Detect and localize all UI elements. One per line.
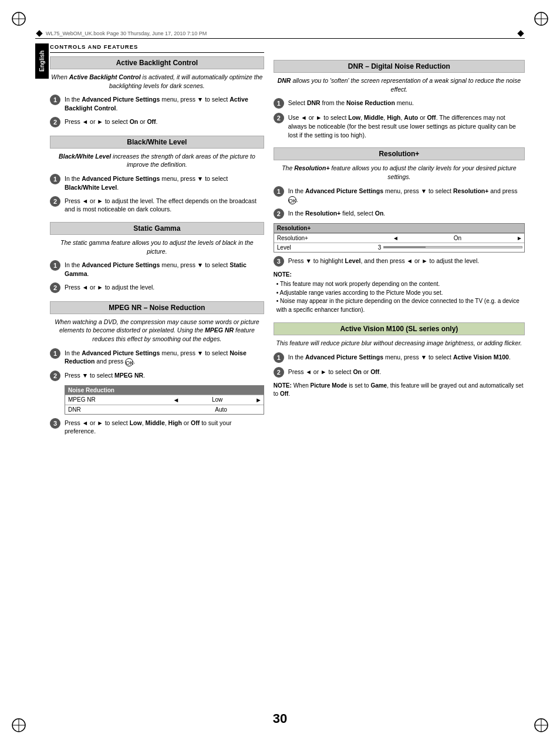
step-text: Select DNR from the Noise Reduction menu… (288, 98, 414, 107)
dnr-step2: 2 Use ◄ or ► to select Low, Middle, High… (274, 113, 525, 139)
mpeg-nr-step2: 2 Press ▼ to select MPEG NR. (50, 371, 264, 381)
resolution-menu-table: Resolution+ Resolution+ ◄ On ► Level 3 (274, 223, 525, 253)
step-number: 1 (50, 174, 60, 184)
resolution-label: Resolution+ (274, 234, 391, 243)
mpeg-nr-label: MPEG NR (65, 395, 171, 404)
main-content: CONTROLS AND FEATURES Active Backlight C… (50, 40, 525, 697)
level-label: Level (274, 243, 376, 252)
step-text: In the Advanced Picture Settings menu, p… (65, 348, 264, 366)
step-number: 3 (274, 256, 284, 267)
active-vision-note: NOTE: When Picture Mode is set to Game, … (274, 382, 525, 399)
section-header-dnr: DNR – Digital Noise Reduction (274, 60, 525, 73)
section-header-mpeg-nr: MPEG NR – Noise Reduction (50, 301, 264, 314)
noise-reduction-row-dnr: DNR Auto (65, 405, 264, 414)
file-info: WL75_WebOM_UK.book Page 30 Thursday, Jun… (46, 31, 207, 36)
resolution-step3: 3 Press ▼ to highlight Level, and then p… (274, 256, 525, 267)
note-item: Noise may appear in the picture dependin… (276, 297, 525, 314)
step-number: 1 (50, 260, 60, 271)
dnr-value: Auto (182, 405, 259, 414)
noise-reduction-table-header: Noise Reduction (65, 386, 264, 395)
step-text: Use ◄ or ► to select Low, Middle, High, … (288, 113, 525, 139)
level-slider-fill (384, 247, 425, 248)
section-black-white-level: Black/White Level Black/White Level incr… (50, 136, 264, 214)
active-backlight-step1: 1 In the Advanced Picture Settings menu,… (50, 95, 264, 112)
level-slider-track (383, 246, 522, 248)
corner-mark-br (533, 717, 549, 733)
section-dnr: DNR – Digital Noise Reduction DNR allows… (274, 60, 525, 139)
noise-reduction-row-mpeg: MPEG NR ◄ Low ► (65, 395, 264, 405)
note-inline-text: NOTE: When Picture Mode is set to Game, … (274, 382, 524, 398)
section-header-static-gamma: Static Gamma (50, 222, 264, 235)
resolution-intro: The Resolution+ feature allows you to ad… (274, 164, 525, 181)
dnr-intro: DNR allows you to 'soften' the screen re… (274, 76, 525, 93)
section-header-active-backlight: Active Backlight Control (50, 56, 264, 69)
note-list: This feature may not work properly depen… (274, 280, 525, 314)
step-text: Press ▼ to select MPEG NR. (65, 371, 145, 380)
corner-mark-tl (11, 11, 27, 27)
header-bar: WL75_WebOM_UK.book Page 30 Thursday, Jun… (35, 31, 525, 39)
section-active-vision: Active Vision M100 (SL series only) This… (274, 322, 525, 399)
note-item: Adjustable range varies according to the… (276, 289, 525, 298)
right-arrow: ► (515, 234, 524, 243)
right-column: DNR – Digital Noise Reduction DNR allows… (274, 40, 525, 697)
page-number: 30 (273, 711, 287, 726)
mpeg-nr-step1: 1 In the Advanced Picture Settings menu,… (50, 348, 264, 366)
step-text: In the Advanced Picture Settings menu, p… (65, 95, 264, 112)
controls-label: CONTROLS AND FEATURES (50, 43, 264, 50)
corner-mark-tr (533, 11, 549, 27)
step-number: 3 (50, 418, 60, 429)
step-number: 1 (274, 98, 284, 109)
left-arrow: ◄ (391, 234, 400, 243)
step-text: Press ◄ or ► to select Low, Middle, High… (65, 418, 264, 436)
section-header-resolution: Resolution+ (274, 147, 525, 160)
resolution-step2: 2 In the Resolution+ field, select On. (274, 208, 525, 219)
section-static-gamma: Static Gamma The static gamma feature al… (50, 222, 264, 293)
dnr-label: DNR (65, 405, 178, 414)
static-gamma-step2: 2 Press ◄ or ► to adjust the level. (50, 282, 264, 293)
active-backlight-intro: When Active Backlight Control is activat… (50, 73, 264, 90)
section-mpeg-nr: MPEG NR – Noise Reduction When watching … (50, 301, 264, 436)
step-number: 2 (274, 367, 284, 378)
resolution-note: NOTE: This feature may not work properly… (274, 271, 525, 315)
step-number: 1 (50, 348, 60, 359)
step-text: In the Advanced Picture Settings menu, p… (65, 174, 264, 191)
black-white-step2: 2 Press ◄ or ► to adjust the level. The … (50, 196, 264, 214)
black-white-step1: 1 In the Advanced Picture Settings menu,… (50, 174, 264, 191)
left-arrow: ◄ (171, 395, 181, 405)
mpeg-nr-step3: 3 Press ◄ or ► to select Low, Middle, Hi… (50, 418, 264, 436)
section-resolution-plus: Resolution+ The Resolution+ feature allo… (274, 147, 525, 314)
resolution-table-header: Resolution+ (274, 224, 524, 233)
level-value: 3 (378, 244, 384, 251)
step-number: 2 (50, 282, 60, 293)
resolution-row-on: Resolution+ ◄ On ► (274, 233, 524, 243)
section-header-black-white: Black/White Level (50, 136, 264, 149)
right-arrow (260, 408, 264, 410)
right-arrow: ► (254, 395, 264, 405)
left-column: CONTROLS AND FEATURES Active Backlight C… (50, 40, 264, 697)
section-active-backlight: Active Backlight Control When Active Bac… (50, 56, 264, 127)
static-gamma-intro: The static gamma feature allows you to a… (50, 238, 264, 255)
step-text: Press ▼ to highlight Level, and then pre… (288, 256, 479, 265)
active-vision-step1: 1 In the Advanced Picture Settings menu,… (274, 352, 525, 363)
step-text: Press ◄ or ► to adjust the level. The ef… (65, 196, 264, 214)
dnr-step1: 1 Select DNR from the Noise Reduction me… (274, 98, 525, 109)
step-text: Press ◄ or ► to select On or Off. (65, 117, 158, 126)
step-number: 2 (50, 196, 60, 207)
step-text: In the Advanced Picture Settings menu, p… (288, 352, 511, 362)
step-number: 1 (274, 186, 284, 197)
corner-mark-bl (11, 717, 27, 733)
active-vision-step2: 2 Press ◄ or ► to select On or Off. (274, 367, 525, 378)
step-number: 2 (50, 117, 60, 127)
section-header-active-vision: Active Vision M100 (SL series only) (274, 322, 525, 335)
active-backlight-step2: 2 Press ◄ or ► to select On or Off. (50, 117, 264, 127)
step-text: In the Advanced Picture Settings menu, p… (65, 260, 264, 278)
noise-reduction-menu-table: Noise Reduction MPEG NR ◄ Low ► DNR Auto (65, 385, 264, 415)
step-number: 2 (274, 208, 284, 219)
note-item: This feature may not work properly depen… (276, 280, 525, 289)
active-vision-intro: This feature will reduce picture blur wi… (274, 339, 525, 348)
mpeg-nr-value: Low (181, 395, 254, 404)
resolution-step1: 1 In the Advanced Picture Settings menu,… (274, 186, 525, 204)
note-title: NOTE: (274, 271, 525, 280)
step-number: 1 (50, 95, 60, 105)
static-gamma-step1: 1 In the Advanced Picture Settings menu,… (50, 260, 264, 278)
